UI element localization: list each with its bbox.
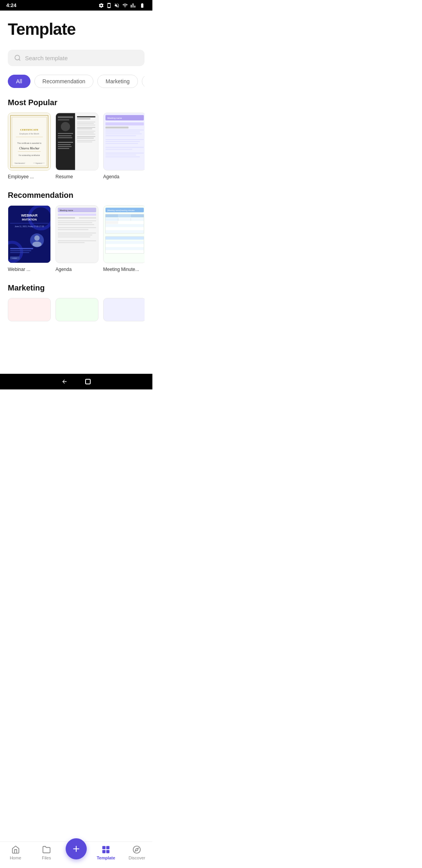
svg-rect-88 [58, 229, 89, 230]
svg-rect-17 [56, 113, 75, 170]
svg-text:LOGO: LOGO [13, 257, 17, 259]
template-thumb-employee: CERTIFICATE Employee of the Month This c… [8, 113, 51, 170]
template-label-resume: Resume [55, 174, 73, 179]
battery-icon [138, 3, 146, 8]
template-thumb-marketing-2 [55, 298, 98, 321]
svg-rect-25 [58, 144, 71, 145]
agenda-thumb-svg: Meeting name [104, 113, 145, 170]
svg-rect-107 [106, 224, 144, 227]
filter-chip-recommendation[interactable]: Recommendation [34, 75, 94, 88]
template-label-agenda2: Agenda [55, 267, 72, 272]
svg-rect-30 [77, 122, 95, 122]
template-thumb-agenda: Meeting name [103, 113, 145, 170]
svg-rect-47 [106, 130, 144, 131]
webinar-thumb-svg: WEBINAR INVITATION June 11, 2021, Friday… [8, 206, 50, 263]
agenda2-thumb-svg: Meeting name [56, 206, 98, 263]
wifi-icon [122, 3, 128, 8]
svg-rect-89 [58, 233, 96, 233]
svg-rect-21 [58, 133, 73, 134]
template-thumb-resume [55, 113, 98, 170]
home-square [85, 379, 91, 384]
svg-rect-85 [58, 222, 92, 223]
time: 4:24 [6, 2, 16, 8]
section-title-marketing: Marketing [8, 283, 145, 292]
svg-rect-54 [106, 147, 144, 148]
svg-rect-38 [77, 136, 95, 137]
svg-rect-57 [106, 154, 136, 155]
svg-rect-34 [77, 129, 92, 129]
template-label-employee: Employee ... [8, 174, 34, 179]
svg-rect-19 [58, 119, 69, 120]
section-recommendation: Recommendation WEBINAR INVITATION June 1… [8, 191, 145, 273]
status-icons [98, 3, 146, 8]
svg-rect-73 [10, 248, 33, 249]
filter-chip-education[interactable]: Education [142, 75, 145, 88]
svg-rect-115 [106, 250, 144, 253]
search-bar[interactable]: Search template [8, 50, 145, 66]
template-card-webinar[interactable]: WEBINAR INVITATION June 11, 2021, Friday… [8, 205, 51, 273]
template-card-agenda[interactable]: Meeting name [103, 113, 145, 180]
template-card-resume[interactable]: Resume [55, 113, 98, 180]
svg-rect-36 [77, 132, 94, 133]
svg-rect-112 [106, 241, 144, 244]
svg-point-71 [34, 235, 40, 241]
svg-text:Signature: Signature [36, 162, 42, 164]
svg-rect-99 [118, 214, 131, 217]
svg-rect-98 [106, 214, 118, 217]
svg-rect-27 [58, 148, 69, 149]
svg-text:Employee of the Month: Employee of the Month [20, 133, 39, 135]
svg-rect-18 [58, 116, 73, 118]
svg-rect-33 [77, 127, 95, 128]
resume-thumb-svg [56, 113, 98, 170]
section-most-popular: Most Popular CERTIFICATE Employee of the… [8, 98, 145, 180]
employee-thumb-svg: CERTIFICATE Employee of the Month This c… [8, 113, 50, 170]
svg-rect-31 [77, 123, 94, 124]
svg-rect-40 [77, 140, 95, 141]
svg-text:For outstanding contribution: For outstanding contribution [19, 154, 40, 156]
svg-rect-75 [10, 252, 29, 253]
svg-rect-90 [58, 235, 92, 235]
svg-rect-50 [106, 135, 136, 136]
svg-text:[Meeting name]meeting minutes: [Meeting name]meeting minutes [107, 210, 135, 212]
main-content: Template Search template All Recommendat… [0, 11, 152, 374]
back-button[interactable] [61, 378, 68, 386]
page-title: Template [8, 20, 145, 39]
template-thumb-marketing-1 [8, 298, 51, 321]
filter-chip-marketing[interactable]: Marketing [97, 75, 138, 88]
svg-rect-24 [58, 142, 73, 143]
svg-rect-28 [77, 116, 95, 117]
settings-icon [98, 3, 104, 8]
filter-chip-all[interactable]: All [8, 75, 30, 88]
svg-rect-81 [58, 213, 96, 216]
svg-rect-22 [58, 135, 72, 136]
home-button[interactable] [84, 378, 92, 386]
template-label-meeting-minutes: Meeting Minute... [103, 267, 139, 272]
status-bar: 4:24 [0, 0, 152, 11]
svg-text:This certificate is awarded to: This certificate is awarded to [17, 142, 41, 144]
svg-text:June 11, 2021, Friday 17:00-17: June 11, 2021, Friday 17:00-17:00 [15, 226, 44, 228]
svg-point-72 [32, 242, 42, 247]
template-card-marketing-2[interactable] [55, 298, 98, 324]
template-thumb-meeting-minutes: [Meeting name]meeting minutes [103, 205, 145, 263]
template-thumb-agenda2: Meeting name [55, 205, 98, 263]
svg-point-0 [15, 55, 20, 60]
svg-text:Meeting name: Meeting name [107, 117, 122, 119]
svg-rect-45 [106, 122, 144, 126]
svg-rect-32 [77, 125, 95, 126]
screenshot-icon [106, 3, 112, 8]
template-card-agenda2[interactable]: Meeting name [55, 205, 98, 273]
minutes-thumb-svg: [Meeting name]meeting minutes [104, 206, 145, 263]
svg-rect-35 [77, 131, 95, 132]
filter-chips: All Recommendation Marketing Education [8, 75, 145, 88]
template-card-marketing-1[interactable] [8, 298, 51, 324]
template-card-marketing-3[interactable] [103, 298, 145, 324]
svg-rect-100 [131, 214, 144, 217]
svg-rect-55 [106, 149, 132, 150]
svg-rect-49 [106, 133, 142, 134]
template-card-employee[interactable]: CERTIFICATE Employee of the Month This c… [8, 113, 51, 180]
svg-rect-83 [79, 217, 96, 219]
svg-rect-58 [106, 156, 140, 157]
svg-rect-29 [77, 118, 90, 119]
svg-rect-93 [58, 242, 85, 243]
template-card-meeting-minutes[interactable]: [Meeting name]meeting minutes [103, 205, 145, 273]
